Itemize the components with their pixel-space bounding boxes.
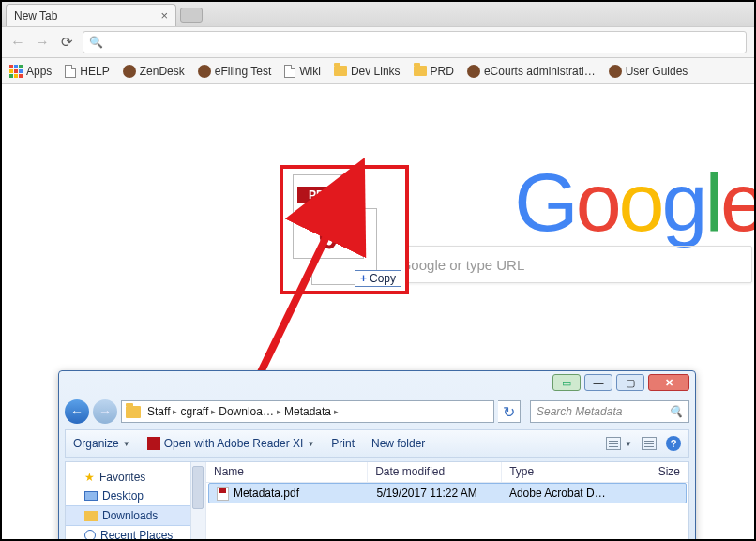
window-close-button[interactable]: ✕ (648, 374, 689, 391)
explorer-nav-pane[interactable]: ★Favorites Desktop Downloads Recent Plac… (66, 462, 206, 541)
desktop-icon (84, 491, 98, 501)
browser-tab-active[interactable]: New Tab × (6, 4, 176, 26)
forward-button[interactable]: → (34, 34, 51, 51)
back-button[interactable]: ← (9, 34, 26, 51)
col-date[interactable]: Date modified (368, 462, 502, 482)
col-type[interactable]: Type (502, 462, 627, 482)
address-bar[interactable]: 🔍 (83, 31, 747, 53)
navpane-scrollbar[interactable] (190, 462, 205, 541)
page-content: Google Search Google or type URL PDF ↖ +… (2, 84, 754, 539)
pdf-icon-front-page: PDF (293, 174, 364, 259)
window-minimize-button[interactable]: — (584, 374, 612, 391)
chevron-down-icon: ▼ (123, 440, 130, 448)
breadcrumb-segment[interactable]: cgraff (180, 405, 208, 418)
adobe-icon (147, 437, 160, 450)
scrollbar-thumb[interactable] (192, 466, 204, 509)
doc-icon (284, 65, 295, 78)
help-button[interactable]: ? (666, 436, 681, 451)
explorer-search-input[interactable]: Search Metadata 🔍 (530, 400, 689, 423)
open-with-adobe-button[interactable]: Open with Adobe Reader XI▼ (147, 437, 315, 450)
bookmarks-bar: AppsHELPZenDeskeFiling TestWikiDev Links… (2, 58, 754, 84)
recent-icon (84, 530, 96, 541)
plus-icon: + (360, 272, 367, 285)
print-button[interactable]: Print (331, 437, 355, 450)
bookmark-prd[interactable]: PRD (414, 65, 454, 78)
explorer-navbar: ← → Staff▸cgraff▸Downloa…▸Metadata▸ ↻ Se… (65, 398, 689, 426)
reload-button[interactable]: ⟳ (58, 34, 75, 51)
col-name[interactable]: Name (206, 462, 368, 482)
doc-icon (65, 65, 76, 78)
preview-pane-icon (642, 437, 657, 450)
bookmark-help[interactable]: HELP (65, 65, 109, 78)
breadcrumb-segment[interactable]: Staff (147, 405, 170, 418)
bookmark-efiling-test[interactable]: eFiling Test (198, 65, 271, 78)
circ-icon (198, 65, 211, 78)
explorer-body: ★Favorites Desktop Downloads Recent Plac… (65, 461, 689, 541)
bookmark-ecourts-administrati-[interactable]: eCourts administrati… (467, 65, 596, 78)
search-icon: 🔍 (89, 36, 103, 49)
column-headers[interactable]: Name Date modified Type Size (206, 462, 688, 483)
dragged-pdf-highlight: PDF ↖ + Copy (283, 169, 405, 291)
chevron-down-icon: ▼ (307, 440, 314, 448)
breadcrumb-segment[interactable]: Metadata (284, 405, 331, 418)
new-folder-button[interactable]: New folder (371, 437, 425, 450)
view-menu[interactable]: ▼ (606, 436, 632, 451)
organize-menu[interactable]: Organize▼ (73, 437, 130, 450)
copy-label: Copy (370, 272, 396, 285)
new-tab-button[interactable] (180, 8, 203, 23)
folder-icon (414, 66, 427, 76)
browser-toolbar: ← → ⟳ 🔍 (2, 26, 754, 58)
folder-icon (126, 406, 141, 418)
apps-icon (9, 65, 23, 78)
explorer-back-button[interactable]: ← (65, 399, 89, 424)
chevron-right-icon: ▸ (334, 407, 339, 416)
bookmark-wiki[interactable]: Wiki (284, 65, 321, 78)
page-fold-icon (347, 174, 364, 191)
view-icon (606, 437, 621, 450)
file-row[interactable]: Metadata.pdf5/19/2017 11:22 AMAdobe Acro… (208, 483, 687, 503)
pdf-file-icon (217, 487, 229, 501)
acrobat-swoosh-icon (307, 205, 354, 252)
nav-desktop[interactable]: Desktop (66, 487, 205, 505)
explorer-breadcrumb[interactable]: Staff▸cgraff▸Downloa…▸Metadata▸ (121, 400, 494, 423)
preview-pane-button[interactable] (642, 436, 657, 451)
circ-icon (467, 65, 480, 78)
chevron-right-icon: ▸ (173, 407, 177, 416)
nav-recent-places[interactable]: Recent Places (66, 526, 205, 541)
breadcrumb-segment[interactable]: Downloa… (219, 405, 274, 418)
col-size[interactable]: Size (627, 462, 688, 482)
bookmark-apps[interactable]: Apps (9, 65, 52, 78)
folder-icon (334, 66, 347, 76)
window-extra-button[interactable]: ▭ (552, 374, 581, 391)
explorer-search-placeholder: Search Metadata (537, 405, 622, 418)
chevron-right-icon: ▸ (211, 407, 216, 416)
tab-title: New Tab (14, 9, 57, 23)
explorer-file-list[interactable]: Name Date modified Type Size Metadata.pd… (206, 462, 688, 541)
browser-tabstrip: New Tab × (2, 2, 754, 26)
pdf-badge: PDF (297, 187, 342, 203)
explorer-forward-button[interactable]: → (93, 399, 117, 424)
file-explorer-window[interactable]: ▭ — ▢ ✕ ← → Staff▸cgraff▸Downloa…▸Metada… (58, 370, 696, 541)
drag-copy-tooltip: + Copy (355, 270, 401, 287)
bookmark-user-guides[interactable]: User Guides (609, 65, 688, 78)
window-maximize-button[interactable]: ▢ (616, 374, 644, 391)
tab-close-icon[interactable]: × (160, 8, 168, 23)
chevron-right-icon: ▸ (277, 407, 281, 416)
bookmark-zendesk[interactable]: ZenDesk (123, 65, 185, 78)
downloads-icon (84, 511, 98, 521)
chevron-down-icon: ▼ (625, 440, 632, 448)
explorer-titlebar[interactable]: ▭ — ▢ ✕ (59, 371, 695, 398)
circ-icon (123, 65, 136, 78)
explorer-toolbar: Organize▼ Open with Adobe Reader XI▼ Pri… (65, 429, 689, 458)
search-icon: 🔍 (669, 405, 683, 418)
nav-favorites-header[interactable]: ★Favorites (66, 468, 205, 487)
breadcrumb-refresh-button[interactable]: ↻ (498, 400, 521, 423)
nav-downloads[interactable]: Downloads (66, 505, 205, 526)
star-icon: ★ (84, 471, 95, 484)
circ-icon (609, 65, 622, 78)
google-logo: Google (514, 155, 756, 250)
bookmark-dev-links[interactable]: Dev Links (334, 65, 401, 78)
